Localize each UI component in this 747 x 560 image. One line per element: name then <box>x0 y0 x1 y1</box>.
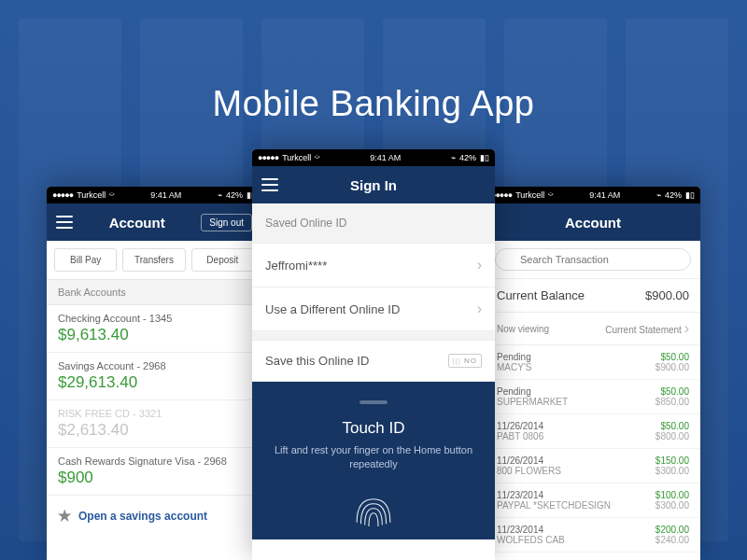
now-viewing-row[interactable]: Now viewing Current Statement › <box>486 313 700 345</box>
battery-icon: ▮▯ <box>685 190 695 200</box>
save-id-toggle[interactable]: ||| NO <box>448 354 482 368</box>
phone-signin: ●●●●●Turkcell⌔ 9:41 AM ⌁42%▮▯ Sign In Sa… <box>252 149 495 560</box>
nav-title: Account <box>109 215 165 231</box>
balance-row: Current Balance $900.00 <box>486 279 700 313</box>
search-input[interactable] <box>495 248 691 271</box>
transaction-row[interactable]: PendingSUPERMARKET$50.00$850.00 <box>486 380 700 414</box>
saved-id-row[interactable]: Jeffromi**** › <box>252 244 495 287</box>
transaction-row[interactable]: 11/23/2014PAYPAL *SKETCHDESIGN$100.00$30… <box>486 483 700 518</box>
different-id-row[interactable]: Use a Different Online ID › <box>252 287 495 331</box>
account-row[interactable]: Savings Account - 2968 $29,613.40 <box>47 353 261 400</box>
tab-transfers[interactable]: Transfers <box>122 248 185 272</box>
chevron-right-icon: › <box>684 320 689 336</box>
fingerprint-icon <box>341 489 406 536</box>
nav-title: Sign In <box>350 177 397 193</box>
hero-title: Mobile Banking App <box>0 84 747 124</box>
status-bar: ●●●●●Turkcell⌔ 9:41 AM ⌁42%▮▯ <box>486 187 700 203</box>
transaction-row[interactable]: 11/26/2014PABT 0806$50.00$800.00 <box>486 414 700 449</box>
star-icon: ★ <box>58 507 71 525</box>
bluetooth-icon: ⌁ <box>656 190 661 200</box>
account-row[interactable]: Checking Account - 1345 $9,613.40 <box>47 305 261 353</box>
wifi-icon: ⌔ <box>315 153 319 162</box>
section-header: Bank Accounts <box>47 280 261 305</box>
bluetooth-icon: ⌁ <box>451 153 456 162</box>
chevron-right-icon: › <box>477 257 482 273</box>
touchid-panel: Touch ID Lift and rest your finger on th… <box>252 382 495 539</box>
transaction-row[interactable]: PendingMACY'S$50.00$900.00 <box>486 345 700 380</box>
save-id-row: Save this Online ID ||| NO <box>252 341 495 382</box>
transaction-row[interactable]: 11/23/2014WOLFEDS CAB$200.00$240.00 <box>486 518 700 553</box>
nav-title: Account <box>565 215 621 231</box>
transaction-row[interactable]: 11/26/2014800 FLOWERS$150.00$300.00 <box>486 449 700 483</box>
tab-deposit[interactable]: Deposit <box>191 248 254 272</box>
menu-button[interactable] <box>56 216 73 229</box>
phone-account-list: ●●●●●Turkcell⌔ 9:41 AM ⌁42%▮▯ Account Si… <box>47 187 261 560</box>
account-row[interactable]: Cash Rewards Signature Visa - 2968 $900 <box>47 448 261 496</box>
phone-transactions: ●●●●●Turkcell⌔ 9:41 AM ⌁42%▮▯ Account 🔍 … <box>486 187 700 560</box>
saved-id-header: Saved Online ID <box>252 203 495 244</box>
open-savings-link[interactable]: ★ Open a savings account <box>47 496 261 536</box>
tab-billpay[interactable]: Bill Pay <box>54 248 117 272</box>
wifi-icon: ⌔ <box>109 190 114 200</box>
account-row[interactable]: RISK FREE CD - 3321 $2,613.40 <box>47 400 261 448</box>
touchid-title: Touch ID <box>271 419 476 438</box>
menu-button[interactable] <box>261 178 278 191</box>
status-bar: ●●●●●Turkcell⌔ 9:41 AM ⌁42%▮▯ <box>47 187 261 203</box>
status-bar: ●●●●●Turkcell⌔ 9:41 AM ⌁42%▮▯ <box>252 149 495 166</box>
wifi-icon: ⌔ <box>548 190 553 200</box>
chevron-right-icon: › <box>477 301 482 317</box>
bluetooth-icon: ⌁ <box>218 190 222 200</box>
signout-button[interactable]: Sign out <box>201 214 252 231</box>
touchid-subtitle: Lift and rest your finger on the Home bu… <box>271 443 476 472</box>
battery-icon: ▮▯ <box>480 153 489 162</box>
